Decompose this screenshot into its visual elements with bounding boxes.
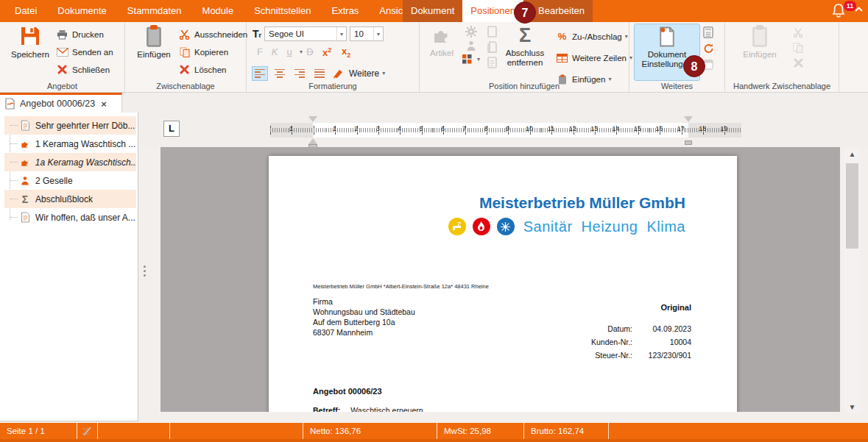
- ribbon-group-formatierung: Tr Segoe UI ▾ 10 ▾ F K u ▾ D x2 x2: [247, 22, 420, 93]
- menu-item-datei[interactable]: Datei: [4, 0, 47, 22]
- document-preview-canvas[interactable]: Meisterbetrieb Müller GmbH Sanitär Heizu…: [160, 147, 840, 412]
- zu-abschlag-button[interactable]: % Zu-/Abschlag▾: [556, 28, 632, 45]
- ruler-number: 1: [333, 125, 336, 132]
- ruler-number: 4: [398, 125, 401, 132]
- ruler-number: 7: [462, 125, 466, 132]
- outline-item-anrede[interactable]: Sehr geehrter Herr Döb...: [4, 116, 136, 135]
- empty-position-icon[interactable]: [487, 26, 497, 38]
- ruler-number: 3: [376, 125, 380, 132]
- close-x-icon: [56, 64, 68, 75]
- paste-button[interactable]: Einfügen: [133, 24, 175, 79]
- sigma-icon: Σ: [19, 193, 31, 205]
- delete-button[interactable]: Löschen: [178, 61, 247, 78]
- close-document-button[interactable]: Schließen: [56, 61, 113, 78]
- superscript-button[interactable]: x2: [317, 46, 336, 58]
- font-size-select[interactable]: 10 ▾: [350, 26, 384, 41]
- calculator-icon[interactable]: [703, 26, 714, 38]
- outline-item-schlusstext[interactable]: Wir hoffen, daß unser A...: [4, 208, 136, 227]
- save-button[interactable]: Speichern: [9, 24, 52, 79]
- status-netto: Netto: 136,76: [303, 423, 437, 439]
- menu-item-extras[interactable]: Extras: [322, 0, 370, 22]
- highlighter-icon[interactable]: [332, 68, 344, 79]
- text-position-icon[interactable]: [487, 57, 497, 68]
- document-outline-sidebar: Sehr geehrter Herr Döb... 1 Keramag Wasc…: [0, 113, 138, 421]
- printer-icon: [56, 29, 68, 40]
- puzzle-icon: [431, 24, 453, 46]
- document-tab-title: Angebot 00006/23: [20, 99, 95, 109]
- italic-button[interactable]: K: [267, 46, 282, 57]
- group-label-formatierung: Formatierung: [247, 82, 419, 90]
- menu-item-dokumente[interactable]: Dokumente: [47, 0, 116, 22]
- scissors-icon: [178, 29, 191, 40]
- recalculate-icon[interactable]: [703, 43, 714, 54]
- tab-stop-selector-button[interactable]: L: [163, 121, 180, 137]
- tab-close-icon[interactable]: ×: [101, 99, 107, 109]
- tab-dokument[interactable]: Dokument: [403, 0, 462, 22]
- underline-button[interactable]: u: [282, 46, 297, 57]
- blocks-dropdown-button[interactable]: ▾: [462, 54, 480, 64]
- handwerk-paste-button[interactable]: Einfügen: [738, 24, 781, 79]
- menu-item-schnittstellen[interactable]: Schnittstellen: [244, 0, 321, 22]
- scrollbar-up-icon[interactable]: ▲: [844, 149, 860, 160]
- handwerk-delete-icon[interactable]: [794, 58, 803, 68]
- outline-item-artikel-1[interactable]: 1 Keramag Waschtisch ...: [4, 135, 136, 153]
- outline-item-abschlussblock[interactable]: Σ Abschlußblock: [4, 190, 136, 208]
- person-gray-icon[interactable]: [466, 40, 476, 51]
- bold-button[interactable]: F: [253, 46, 267, 57]
- handwerk-cut-icon[interactable]: [793, 28, 803, 38]
- menu-item-stammdaten[interactable]: Stammdaten: [117, 0, 192, 22]
- copy-position-icon[interactable]: [487, 41, 497, 53]
- outline-item-artikel-1a[interactable]: 1a Keramag Waschtisch...: [4, 153, 136, 171]
- klima-snowflake-icon: [497, 218, 515, 235]
- gear-icon[interactable]: [465, 26, 477, 38]
- abschluss-entfernen-button[interactable]: Σ Abschlussentfernen: [502, 24, 548, 79]
- copy-type-label: Original: [660, 303, 691, 312]
- document-settings-icon: [657, 26, 677, 48]
- scrollbar-down-icon[interactable]: ▼: [844, 402, 860, 413]
- print-button[interactable]: Drucken: [56, 26, 113, 43]
- ruler-number: 17: [677, 125, 685, 132]
- right-indent-marker[interactable]: [685, 140, 692, 145]
- hanging-indent-marker[interactable]: [308, 138, 317, 144]
- chevron-down-icon: ▾: [382, 70, 385, 76]
- handwerk-copy-icon[interactable]: [793, 43, 803, 53]
- horizontal-ruler[interactable]: 112345678910111213141516171819: [270, 123, 741, 138]
- align-left-button[interactable]: [253, 67, 267, 80]
- subscript-button[interactable]: x2: [336, 46, 356, 59]
- document-tab[interactable]: Angebot 00006/23 ×: [0, 93, 122, 113]
- send-to-button[interactable]: Senden an: [56, 43, 113, 60]
- status-empty-cell-2: [170, 423, 303, 439]
- font-family-select[interactable]: Segoe UI ▾: [264, 26, 347, 41]
- first-line-indent-marker[interactable]: [308, 116, 317, 122]
- copy-pages-icon: [178, 46, 191, 57]
- weitere-formatting-button[interactable]: Weitere▾: [349, 65, 385, 82]
- ruler-number: 14: [613, 125, 620, 132]
- status-brutto: Brutto: 162,74: [524, 423, 609, 439]
- ribbon-group-zwischenablage: Einfügen Ausschneiden Kopieren: [125, 22, 247, 93]
- ruler-number: 16: [655, 125, 663, 132]
- artikel-button[interactable]: Artikel: [424, 24, 459, 79]
- align-center-button[interactable]: [272, 67, 287, 80]
- copy-button[interactable]: Kopieren: [178, 43, 247, 60]
- outline-item-geselle[interactable]: 2 Geselle: [4, 171, 136, 190]
- vertical-scrollbar[interactable]: ▲ ▼: [844, 149, 860, 413]
- group-label-handwerk-zwischenablage: Handwerk Zwischenablage: [725, 82, 839, 90]
- table-rows-icon: [556, 52, 568, 63]
- status-page-indicator: Seite 1 / 1: [0, 423, 77, 439]
- envelope-icon: [56, 46, 68, 57]
- align-justify-button[interactable]: [312, 67, 327, 80]
- right-margin-marker[interactable]: [684, 116, 693, 122]
- sidebar-splitter-handle[interactable]: [141, 259, 148, 282]
- chevron-down-icon: ▾: [336, 27, 346, 40]
- ruler-number: 2: [354, 125, 358, 132]
- signature-pencil-icon[interactable]: [77, 423, 98, 439]
- strikethrough-button[interactable]: D: [303, 46, 317, 57]
- weitere-zeilen-button[interactable]: Weitere Zeilen▾: [556, 49, 632, 66]
- menu-item-module[interactable]: Module: [192, 0, 244, 22]
- cut-button[interactable]: Ausschneiden: [178, 26, 247, 43]
- align-right-button[interactable]: [292, 67, 307, 80]
- clipboard-icon: [144, 24, 164, 48]
- ruler-number: 19: [721, 125, 728, 132]
- chevron-down-icon: ▾: [477, 56, 480, 63]
- scrollbar-thumb[interactable]: [846, 163, 858, 249]
